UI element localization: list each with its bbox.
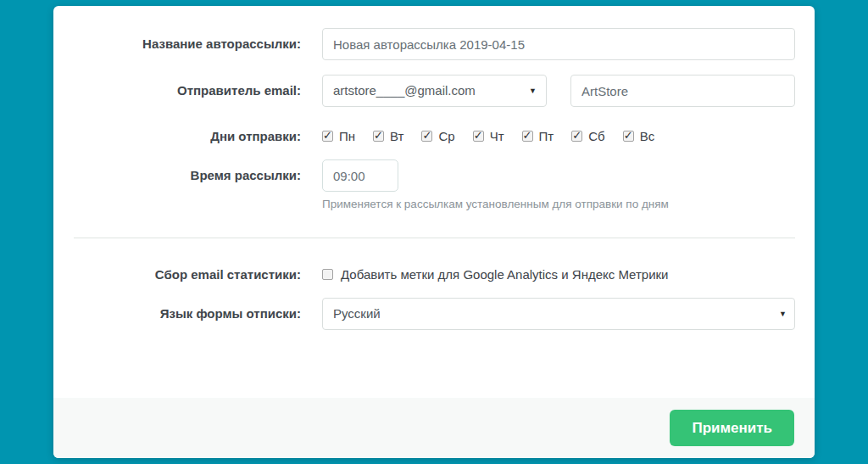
form-footer: Применить — [53, 398, 815, 458]
row-sender-email: Отправитель email: artstore____@gmail.co… — [74, 75, 795, 107]
day-label: Сб — [588, 129, 604, 143]
autoresponder-settings-card: Название авторассылки: Отправитель email… — [53, 6, 815, 458]
sender-email-label: Отправитель email: — [74, 75, 301, 107]
checkbox-icon[interactable] — [473, 131, 484, 142]
row-email-stats: Сбор email статистики: Добавить метки дл… — [74, 267, 795, 282]
analytics-checkbox-label: Добавить метки для Google Analytics и Ян… — [341, 267, 668, 282]
day-label: Вт — [390, 129, 403, 143]
sender-email-select[interactable]: artstore____@gmail.com ▼ — [322, 75, 547, 107]
day-label: Чт — [490, 129, 504, 143]
sending-time-label: Время рассылки: — [74, 159, 301, 192]
sender-name-input[interactable] — [570, 75, 795, 107]
checkbox-icon[interactable] — [421, 131, 432, 142]
analytics-checkbox[interactable] — [322, 269, 333, 280]
autoresponder-name-label: Название авторассылки: — [74, 28, 301, 60]
day-label: Пт — [539, 129, 554, 143]
day-checkbox-sat[interactable]: Сб — [571, 129, 604, 143]
row-sending-days: Дни отправки: Пн Вт Ср Чт — [74, 129, 795, 143]
apply-button[interactable]: Применить — [670, 410, 794, 446]
row-autoresponder-name: Название авторассылки: — [74, 28, 795, 60]
day-label: Ср — [438, 129, 454, 143]
day-checkbox-tue[interactable]: Вт — [373, 129, 403, 143]
chevron-down-icon: ▼ — [529, 75, 537, 106]
chevron-down-icon: ▼ — [779, 299, 787, 329]
day-label: Вс — [640, 129, 655, 143]
form-body: Название авторассылки: Отправитель email… — [53, 6, 815, 398]
row-sending-time: Время рассылки: Применяется к рассылкам … — [74, 159, 795, 210]
day-checkbox-wed[interactable]: Ср — [421, 129, 454, 143]
day-checkbox-sun[interactable]: Вс — [623, 129, 655, 143]
checkbox-icon[interactable] — [322, 131, 333, 142]
sending-time-content: Применяется к рассылкам установленным дл… — [322, 159, 795, 210]
checkbox-icon[interactable] — [571, 131, 582, 142]
sending-time-input[interactable] — [322, 159, 398, 192]
sending-time-hint: Применяется к рассылкам установленным дл… — [322, 198, 795, 210]
unsubscribe-language-selected-value: Русский — [333, 306, 381, 321]
sender-email-content: artstore____@gmail.com ▼ — [322, 75, 795, 107]
unsubscribe-language-select[interactable]: Русский ▼ — [322, 298, 795, 330]
checkbox-icon[interactable] — [373, 131, 384, 142]
day-checkbox-thu[interactable]: Чт — [473, 129, 504, 143]
unsubscribe-language-content: Русский ▼ — [322, 298, 795, 330]
checkbox-icon[interactable] — [522, 131, 533, 142]
checkbox-icon[interactable] — [623, 131, 634, 142]
email-stats-label: Сбор email статистики: — [74, 267, 301, 282]
autoresponder-name-input[interactable] — [322, 28, 795, 60]
autoresponder-name-content — [322, 28, 795, 60]
day-label: Пн — [339, 129, 355, 143]
section-divider — [74, 238, 795, 238]
email-stats-content: Добавить метки для Google Analytics и Ян… — [322, 267, 795, 282]
day-checkbox-fri[interactable]: Пт — [522, 129, 554, 143]
row-unsubscribe-language: Язык формы отписки: Русский ▼ — [74, 298, 795, 330]
sending-days-label: Дни отправки: — [74, 129, 301, 143]
day-checkbox-mon[interactable]: Пн — [322, 129, 355, 143]
sender-email-selected-value: artstore____@gmail.com — [333, 83, 476, 98]
unsubscribe-language-label: Язык формы отписки: — [74, 298, 301, 330]
sending-days-content: Пн Вт Ср Чт Пт — [322, 129, 795, 143]
